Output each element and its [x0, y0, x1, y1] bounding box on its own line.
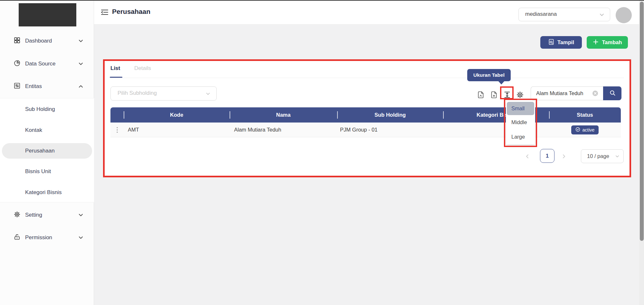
sidebar-item-bisnis-unit[interactable]: Bisnis Unit [0, 164, 94, 179]
export-excel-icon[interactable] [490, 91, 498, 99]
annotation-box-column-height [500, 86, 514, 99]
file-search-icon [548, 39, 554, 46]
tab-list[interactable]: List [110, 65, 120, 72]
tampil-button[interactable]: Tampil [540, 36, 582, 49]
sidebar-item-label: Sub Holding [25, 106, 55, 113]
column-header-sub-holding: Sub Holding [337, 112, 443, 118]
tampil-button-label: Tampil [557, 39, 574, 45]
sidebar-item-kontak[interactable]: Kontak [0, 123, 94, 138]
dashboard-grid-icon [14, 37, 21, 45]
chevron-down-icon [77, 212, 84, 220]
chevron-down-icon [205, 91, 211, 98]
sidebar-item-entitas[interactable]: Entitas [0, 79, 94, 94]
sidebar-item-label: Setting [25, 212, 42, 218]
page-title: Perusahaan [112, 8, 150, 15]
status-badge: active [571, 125, 599, 134]
tambah-button-label: Tambah [602, 39, 622, 45]
chevron-down-icon [77, 37, 84, 46]
tooltip-arrow [498, 81, 505, 84]
chevron-down-icon [598, 11, 605, 20]
sidebar: Dashboard Data Source Entitas Sub Holdin… [0, 0, 94, 305]
sidebar-item-data-source[interactable]: Data Source [0, 56, 94, 72]
search-button[interactable] [603, 86, 621, 100]
pie-chart-icon [14, 60, 21, 68]
subholding-select[interactable]: Pilih Subholding [110, 86, 217, 101]
page-size-select[interactable]: 10 / page [581, 149, 624, 163]
chevron-down-icon [77, 60, 84, 69]
cell-kode: AMT [124, 127, 230, 133]
control-sliders-icon [14, 82, 21, 91]
sidebar-item-perusahaan[interactable]: Perusahaan [2, 143, 92, 159]
page-size-value: 10 / page [587, 153, 609, 159]
sidebar-item-label: Kontak [25, 127, 42, 133]
ukuran-tabel-tooltip: Ukuran Tabel [467, 69, 511, 81]
user-avatar[interactable] [616, 7, 632, 23]
sidebar-item-label: Permission [25, 234, 52, 241]
check-circle-icon [575, 127, 580, 133]
row-actions-menu-icon[interactable] [110, 127, 124, 133]
workspace-select[interactable]: mediasarana [518, 8, 610, 21]
app-root: Dashboard Data Source Entitas Sub Holdin… [0, 0, 644, 305]
tabs-divider [110, 78, 624, 78]
cell-nama: Alam Mutiara Teduh [230, 127, 337, 133]
column-header-nama: Nama [230, 112, 337, 118]
cell-sub-holding: PJM Group - 01 [337, 127, 443, 133]
sidebar-item-label: Bisnis Unit [25, 168, 51, 175]
plus-icon [592, 39, 599, 46]
table-settings-gear-icon[interactable] [516, 91, 524, 99]
top-header: Perusahaan mediasarana [94, 0, 644, 25]
entitas-submenu: Sub Holding Kontak Perusahaan Bisnis Uni… [0, 98, 94, 202]
table-header: Kode Nama Sub Holding Kategori Bisnis St… [110, 107, 621, 123]
status-badge-label: active [582, 127, 595, 133]
sidebar-item-label: Data Source [25, 61, 56, 67]
subholding-select-placeholder: Pilih Subholding [118, 90, 157, 96]
cell-status: active [549, 125, 621, 134]
sidebar-item-label: Dashboard [25, 38, 52, 44]
menu-fold-icon[interactable] [100, 8, 109, 16]
clear-search-icon[interactable] [592, 90, 598, 96]
workspace-select-value: mediasarana [525, 11, 557, 17]
page-number-1[interactable]: 1 [540, 149, 554, 163]
top-border-line [0, 0, 644, 1]
sidebar-item-setting[interactable]: Setting [0, 207, 94, 223]
sidebar-item-label: Entitas [25, 83, 42, 90]
annotation-box-size-dropdown [504, 99, 537, 147]
column-header-status: Status [549, 112, 621, 118]
unlock-icon [14, 233, 21, 242]
table-row: AMT Alam Mutiara Teduh PJM Group - 01 ac… [110, 123, 621, 137]
sidebar-item-label: Kategori Bisnis [25, 189, 62, 196]
sidebar-item-sub-holding[interactable]: Sub Holding [0, 102, 94, 117]
sidebar-item-dashboard[interactable]: Dashboard [0, 33, 94, 49]
sidebar-item-permission[interactable]: Permission [0, 230, 94, 245]
chevron-down-icon [77, 234, 84, 242]
table-card-annotated: List Details Pilih Subholding Ukuran Tab… [103, 59, 631, 177]
column-header-kode: Kode [124, 112, 230, 118]
export-pdf-icon[interactable] [477, 91, 485, 99]
chevron-up-icon [77, 83, 84, 91]
prev-page-icon[interactable] [523, 152, 532, 161]
chevron-down-icon [614, 153, 620, 161]
tab-details[interactable]: Details [134, 65, 151, 72]
sidebar-item-label: Perusahaan [25, 148, 55, 154]
search-icon [609, 89, 616, 97]
gear-icon [14, 211, 21, 219]
tambah-button[interactable]: Tambah [587, 36, 628, 49]
app-logo [19, 3, 76, 26]
next-page-icon[interactable] [560, 152, 568, 161]
scrollbar-thumb[interactable] [640, 2, 644, 241]
sidebar-item-kategori-bisnis[interactable]: Kategori Bisnis [0, 185, 94, 200]
